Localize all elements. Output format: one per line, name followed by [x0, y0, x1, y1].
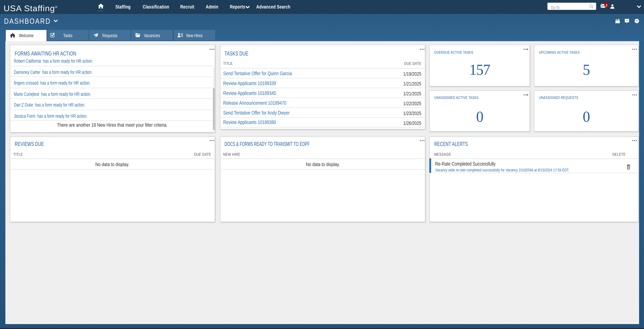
svg-text:?: ? — [636, 19, 638, 23]
